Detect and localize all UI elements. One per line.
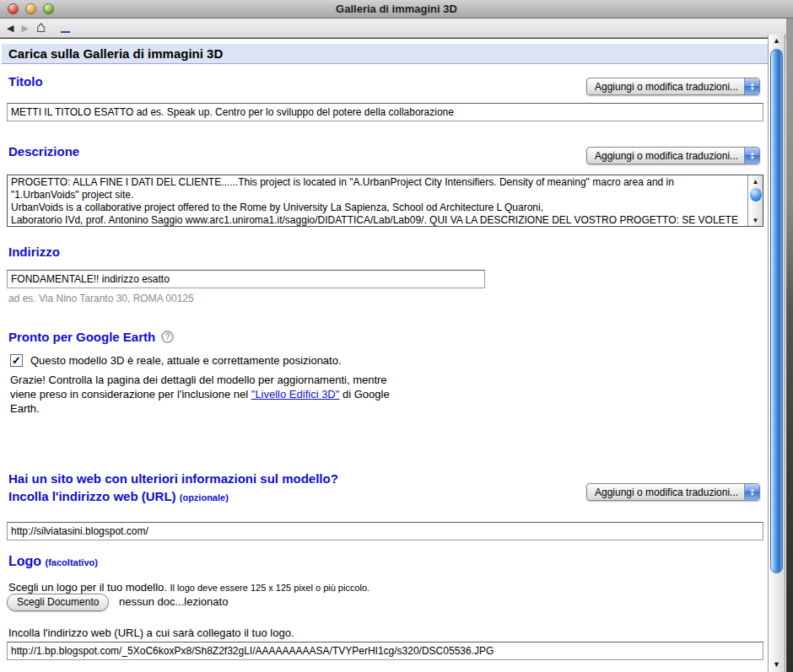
translations-dropdown-titolo[interactable]: Aggiungi o modifica traduzioni... ▲▼ <box>586 78 760 95</box>
help-icon[interactable]: ? <box>161 331 174 343</box>
page-title: Carica sulla Galleria di immagini 3D <box>2 44 768 64</box>
logo-heading-text: Logo <box>8 554 41 568</box>
logo-optional-label: (facoltativo) <box>46 557 98 567</box>
desktop-background-sliver <box>786 19 793 672</box>
translations-dropdown-label: Aggiungi o modifica traduzioni... <box>587 484 744 500</box>
scroll-up-icon[interactable]: ▲ <box>769 35 785 47</box>
choose-file-button[interactable]: Scegli Documento <box>7 594 109 611</box>
website-heading-line2: Incolla l'indirizzo web (URL) <box>8 489 176 503</box>
stepper-down-icon: ▼ <box>750 492 755 497</box>
indirizzo-input[interactable] <box>7 270 485 288</box>
google-earth-checkbox-row: ✓ Questo modello 3D è reale, attuale e c… <box>10 354 342 367</box>
file-status-text: nessun doc...lezionato <box>119 595 228 608</box>
browser-window: Galleria di immagini 3D ◀ ▶ ⌂ Carica sul… <box>0 0 793 672</box>
indirizzo-heading: Indirizzo <box>8 245 60 259</box>
home-icon[interactable]: ⌂ <box>36 19 46 35</box>
translations-dropdown-label: Aggiungi o modifica traduzioni... <box>587 78 744 94</box>
google-earth-heading: Pronto per Google Earth? <box>8 330 174 344</box>
descrizione-textarea[interactable]: PROGETTO: ALLA FINE I DATI DEL CLIENTE..… <box>7 175 763 227</box>
indirizzo-hint: ad es. Via Nino Taranto 30, ROMA 00125 <box>8 293 194 304</box>
google-earth-note: Grazie! Controlla la pagina dei dettagli… <box>10 373 405 416</box>
translations-dropdown-label: Aggiungi o modifica traduzioni... <box>587 148 744 164</box>
website-optional-label: (opzionale) <box>180 492 229 503</box>
page-content: Carica sulla Galleria di immagini 3D Tit… <box>0 38 768 672</box>
stepper-arrows-icon: ▲▼ <box>744 78 759 94</box>
titolo-heading: Titolo <box>8 74 43 89</box>
window-title: Galleria di immagini 3D <box>0 3 793 15</box>
website-heading: Hai un sito web con ulteriori informazio… <box>8 470 338 507</box>
textarea-scroll-up-icon[interactable]: ▲ <box>753 175 759 187</box>
logo-url-input[interactable] <box>7 642 763 660</box>
google-earth-heading-text: Pronto per Google Earth <box>8 330 155 344</box>
logo-file-row: Scegli Documento nessun doc...lezionato <box>7 594 228 611</box>
stepper-down-icon: ▼ <box>750 156 755 160</box>
back-icon[interactable]: ◀ <box>7 24 13 33</box>
google-earth-checkbox-label: Questo modello 3D è reale, attuale e cor… <box>30 354 342 367</box>
translations-dropdown-website[interactable]: Aggiungi o modifica traduzioni... ▲▼ <box>586 483 760 501</box>
home-underline-mark <box>61 31 70 33</box>
stepper-arrows-icon: ▲▼ <box>744 148 759 164</box>
logo-choose-label: Scegli un logo per il tuo modello. <box>8 581 167 594</box>
forward-icon[interactable]: ▶ <box>21 24 28 33</box>
descrizione-text[interactable]: PROGETTO: ALLA FINE I DATI DEL CLIENTE..… <box>8 175 747 226</box>
descrizione-heading: Descrizione <box>8 144 79 159</box>
textarea-scrollbar[interactable]: ▲ ▼ <box>747 175 763 226</box>
livello-edifici-link[interactable]: "Livello Edifici 3D" <box>251 388 340 401</box>
website-heading-line1: Hai un sito web con ulteriori informazio… <box>8 471 338 486</box>
titolo-input[interactable] <box>7 103 763 121</box>
stepper-down-icon: ▼ <box>750 87 755 91</box>
textarea-scroll-down-icon[interactable]: ▼ <box>753 214 759 226</box>
browser-toolbar: ◀ ▶ ⌂ <box>0 19 793 38</box>
google-earth-checkbox[interactable]: ✓ <box>10 354 23 367</box>
translations-dropdown-descrizione[interactable]: Aggiungi o modifica traduzioni... ▲▼ <box>586 147 760 164</box>
website-url-input[interactable] <box>7 522 763 540</box>
textarea-scrollbar-thumb[interactable] <box>750 188 762 202</box>
stepper-arrows-icon: ▲▼ <box>744 484 759 500</box>
logo-size-hint: Il logo deve essere 125 x 125 pixel o pi… <box>170 583 370 593</box>
logo-url-label: Incolla l'indirizzo web (URL) a cui sarà… <box>8 626 294 639</box>
vertical-scrollbar[interactable]: ▲ ▼ <box>768 35 785 672</box>
window-titlebar[interactable]: Galleria di immagini 3D <box>0 0 793 19</box>
scrollbar-thumb[interactable] <box>770 49 783 573</box>
logo-heading: Logo (facoltativo) <box>8 554 98 569</box>
scroll-down-icon[interactable]: ▼ <box>769 659 785 671</box>
logo-choose-row: Scegli un logo per il tuo modello. Il lo… <box>8 581 370 594</box>
